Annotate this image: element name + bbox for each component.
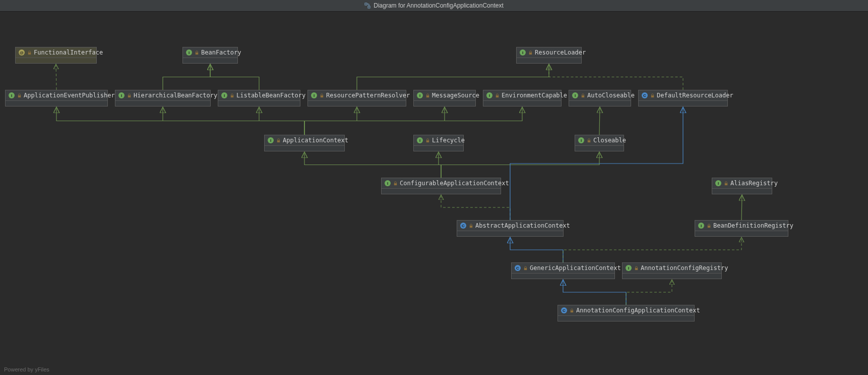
lock-icon [586, 138, 591, 143]
lock-icon [229, 93, 234, 98]
lock-icon [523, 265, 528, 271]
svg-rect-16 [394, 183, 396, 185]
svg-rect-14 [426, 140, 428, 142]
svg-rect-11 [581, 95, 584, 97]
svg-rect-0 [365, 3, 367, 5]
edge-AnnotationConfigApplicationContext-to-GenericApplicationContext [563, 280, 626, 305]
node-Lifecycle[interactable]: ILifecycle [413, 135, 464, 151]
lock-icon [528, 50, 533, 55]
edge-GenericApplicationContext-to-AbstractApplicationContext [510, 237, 563, 262]
node-label: BeanFactory [201, 49, 241, 56]
edge-ResourcePatternResolver-to-ResourceLoader [357, 64, 549, 90]
node-label: Lifecycle [432, 137, 465, 144]
svg-rect-22 [570, 310, 573, 312]
lock-icon [425, 93, 430, 98]
interface-icon: I [311, 92, 317, 98]
lock-icon [27, 50, 32, 55]
svg-rect-4 [529, 52, 531, 55]
interface-icon: I [9, 92, 15, 98]
node-ResourcePatternResolver[interactable]: IResourcePatternResolver [307, 90, 406, 106]
interface-icon: I [417, 137, 423, 143]
svg-rect-20 [524, 268, 526, 270]
interface-icon: I [626, 265, 632, 271]
edge-ApplicationContext-to-ListableBeanFactory [259, 107, 304, 135]
class-icon: C [460, 223, 466, 229]
lock-icon [17, 93, 22, 98]
node-AbstractApplicationContext[interactable]: CAbstractApplicationContext [457, 220, 564, 237]
node-label: MessageSource [432, 92, 479, 99]
interface-icon: I [486, 92, 492, 98]
lock-icon [569, 308, 574, 313]
svg-rect-19 [707, 226, 710, 228]
node-ApplicationContext[interactable]: IApplicationContext [264, 135, 345, 151]
edge-HierarchicalBeanFactory-to-BeanFactory [163, 64, 210, 90]
svg-rect-12 [651, 95, 653, 97]
class-icon: C [561, 307, 567, 313]
edge-ApplicationEventPublisher-to-FunctionalInterface [56, 64, 56, 90]
interface-icon: I [698, 223, 704, 229]
node-MessageSource[interactable]: IMessageSource [413, 90, 476, 106]
edge-AbstractApplicationContext-to-DefaultResourceLoader [510, 107, 683, 220]
interface-icon: I [578, 137, 584, 143]
node-BeanDefinitionRegistry[interactable]: IBeanDefinitionRegistry [695, 220, 788, 237]
lock-icon [706, 223, 711, 228]
interface-icon: I [385, 180, 391, 186]
svg-rect-10 [495, 95, 498, 97]
interface-icon: I [572, 92, 578, 98]
interface-icon: I [118, 92, 125, 98]
edge-ConfigurableApplicationContext-to-ApplicationContext [304, 152, 441, 178]
node-label: EnvironmentCapable [502, 92, 567, 99]
node-label: FunctionalInterface [34, 49, 103, 56]
node-label: AbstractApplicationContext [475, 222, 570, 229]
interface-icon: I [268, 137, 274, 143]
node-ListableBeanFactory[interactable]: IListableBeanFactory [218, 90, 300, 106]
lock-icon [468, 223, 473, 228]
node-BeanFactory[interactable]: IBeanFactory [182, 47, 238, 64]
edge-Closeable-to-AutoCloseable [599, 107, 600, 135]
svg-rect-17 [724, 183, 727, 185]
node-ConfigurableApplicationContext[interactable]: IConfigurableApplicationContext [381, 178, 501, 194]
node-label: ResourceLoader [535, 49, 586, 56]
node-FunctionalInterface[interactable]: @FunctionalInterface [15, 47, 97, 64]
edge-ConfigurableApplicationContext-to-Lifecycle [439, 152, 441, 178]
edge-AbstractApplicationContext-to-ConfigurableApplicationContext [441, 195, 510, 220]
svg-rect-15 [587, 140, 590, 142]
svg-rect-5 [18, 95, 20, 97]
node-EnvironmentCapable[interactable]: IEnvironmentCapable [483, 90, 562, 106]
node-label: DefaultResourceLoader [657, 92, 733, 99]
node-label: ListableBeanFactory [236, 92, 305, 99]
node-AnnotationConfigApplicationContext[interactable]: CAnnotationConfigApplicationContext [557, 305, 695, 322]
interface-icon: I [520, 49, 526, 56]
lock-icon [650, 93, 655, 98]
node-AnnotationConfigRegistry[interactable]: IAnnotationConfigRegistry [622, 262, 722, 279]
node-GenericApplicationContext[interactable]: CGenericApplicationContext [511, 262, 615, 279]
node-Closeable[interactable]: ICloseable [575, 135, 624, 151]
svg-rect-21 [635, 268, 637, 270]
node-label: AliasRegistry [730, 180, 778, 187]
diagram-canvas[interactable]: @FunctionalInterfaceIBeanFactoryIResourc… [0, 12, 868, 375]
interface-icon: I [186, 49, 192, 56]
lock-icon [276, 138, 281, 143]
edge-BeanDefinitionRegistry-to-AliasRegistry [741, 195, 742, 220]
node-label: GenericApplicationContext [530, 264, 621, 272]
window-title: Diagram for AnnotationConfigApplicationC… [374, 2, 503, 9]
svg-rect-6 [128, 95, 130, 97]
node-HierarchicalBeanFactory[interactable]: IHierarchicalBeanFactory [115, 90, 211, 106]
node-AutoCloseable[interactable]: IAutoCloseable [569, 90, 631, 106]
class-icon: C [642, 92, 648, 98]
node-label: BeanDefinitionRegistry [713, 222, 793, 229]
node-label: ResourcePatternResolver [326, 92, 410, 99]
node-label: ConfigurableApplicationContext [400, 180, 509, 187]
node-DefaultResourceLoader[interactable]: CDefaultResourceLoader [638, 90, 728, 106]
edge-GenericApplicationContext-to-BeanDefinitionRegistry [563, 237, 741, 262]
svg-rect-9 [426, 95, 428, 97]
edge-ApplicationContext-to-EnvironmentCapable [304, 107, 522, 135]
svg-rect-13 [277, 140, 279, 142]
diagram-icon [364, 3, 370, 9]
node-ApplicationEventPublisher[interactable]: IApplicationEventPublisher [5, 90, 108, 106]
lock-icon [580, 93, 585, 98]
svg-rect-8 [320, 95, 323, 97]
node-AliasRegistry[interactable]: IAliasRegistry [712, 178, 772, 194]
lock-icon [127, 93, 132, 98]
node-ResourceLoader[interactable]: IResourceLoader [516, 47, 582, 64]
